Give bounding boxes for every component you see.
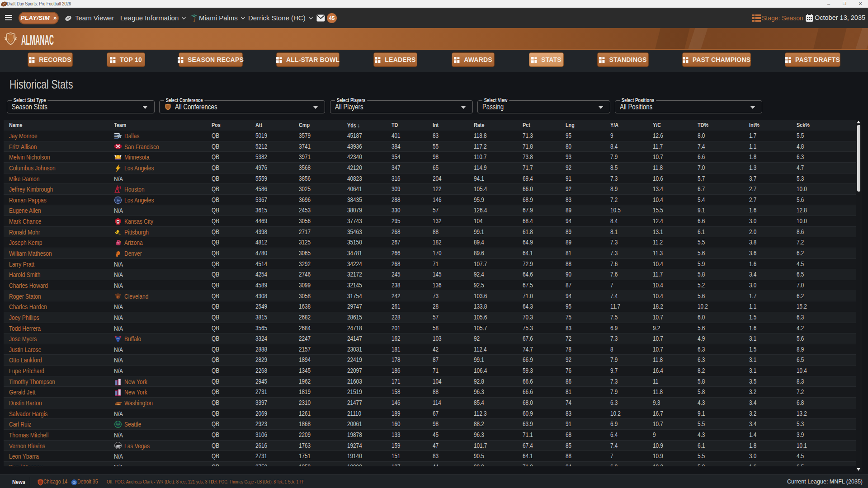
svg-text:C: C <box>117 295 119 299</box>
